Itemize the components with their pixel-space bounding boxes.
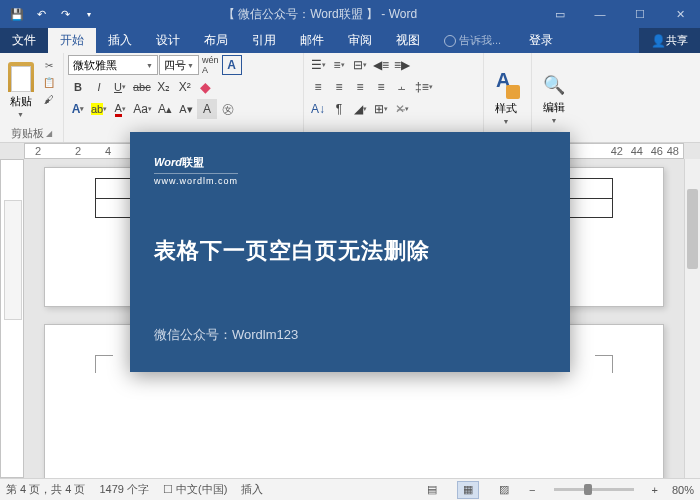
grow-font-button[interactable]: A▴	[155, 99, 175, 119]
char-border-button[interactable]: A	[222, 55, 242, 75]
sort-button[interactable]: A↓	[308, 99, 328, 119]
overlay-message: 表格下一页空白页无法删除	[154, 236, 546, 266]
clipboard-group-label: 剪贴板	[11, 126, 44, 141]
scrollbar-thumb[interactable]	[687, 189, 698, 269]
phonetic-guide-button[interactable]: wénA	[200, 55, 221, 75]
numbering-button[interactable]: ≡▾	[329, 55, 349, 75]
shrink-font-button[interactable]: A▾	[176, 99, 196, 119]
find-icon: 🔍	[541, 72, 567, 98]
chevron-down-icon: ▼	[503, 118, 510, 125]
undo-button[interactable]: ↶	[30, 3, 52, 25]
highlight-button[interactable]: ab▾	[89, 99, 109, 119]
overlay-logo: Word联盟	[154, 150, 546, 171]
tab-design[interactable]: 设计	[144, 28, 192, 53]
status-words[interactable]: 1479 个字	[99, 482, 149, 497]
text-effects-button[interactable]: A▾	[68, 99, 88, 119]
tab-insert[interactable]: 插入	[96, 28, 144, 53]
share-button[interactable]: 👤 共享	[639, 28, 700, 53]
char-shading-button[interactable]: A	[197, 99, 217, 119]
zoom-out-button[interactable]: −	[529, 484, 535, 496]
ribbon-options-button[interactable]: ▭	[540, 0, 580, 28]
maximize-button[interactable]: ☐	[620, 0, 660, 28]
increase-indent-button[interactable]: ≡▶	[392, 55, 412, 75]
strikethrough-button[interactable]: abc	[131, 77, 153, 97]
tab-home[interactable]: 开始	[48, 28, 96, 53]
tab-references[interactable]: 引用	[240, 28, 288, 53]
line-spacing-button[interactable]: ‡≡▾	[413, 77, 435, 97]
align-left-button[interactable]: ≡	[308, 77, 328, 97]
change-case-button[interactable]: Aa▾	[131, 99, 154, 119]
shading-button[interactable]: ◢▾	[350, 99, 370, 119]
chevron-down-icon: ▼	[551, 117, 558, 124]
align-center-button[interactable]: ≡	[329, 77, 349, 97]
justify-button[interactable]: ≡	[371, 77, 391, 97]
format-painter-button[interactable]: 🖌	[39, 91, 59, 107]
paste-label: 粘贴	[10, 94, 32, 109]
zoom-level[interactable]: 80%	[672, 484, 694, 496]
styles-button[interactable]: 样式 ▼	[488, 55, 524, 140]
save-button[interactable]: 💾	[6, 3, 28, 25]
print-layout-button[interactable]: ▦	[457, 481, 479, 499]
tab-file[interactable]: 文件	[0, 28, 48, 53]
zoom-slider[interactable]	[554, 488, 634, 491]
show-marks-button[interactable]: ¶	[329, 99, 349, 119]
align-right-button[interactable]: ≡	[350, 77, 370, 97]
paste-button[interactable]: 粘贴 ▼	[4, 55, 37, 125]
styles-label: 样式	[495, 101, 517, 116]
font-name-select[interactable]: 微软雅黑▼	[68, 55, 158, 75]
status-lang[interactable]: ☐ 中文(中国)	[163, 482, 227, 497]
copy-button[interactable]: 📋	[39, 74, 59, 90]
window-title: 【 微信公众号：Word联盟 】 - Word	[100, 6, 540, 23]
status-page[interactable]: 第 4 页，共 4 页	[6, 482, 85, 497]
borders-button[interactable]: ⊞▾	[371, 99, 391, 119]
snap-button[interactable]: ✕̶▾	[392, 99, 412, 119]
clipboard-icon	[8, 62, 34, 92]
font-size-select[interactable]: 四号▼	[159, 55, 199, 75]
multilevel-button[interactable]: ⊟▾	[350, 55, 370, 75]
enclose-char-button[interactable]: ㊛	[218, 99, 238, 119]
crop-mark-icon	[595, 355, 613, 373]
editing-button[interactable]: 🔍 编辑 ▼	[536, 55, 572, 140]
bullets-button[interactable]: ☰▾	[308, 55, 328, 75]
overlay-url: www.wordlm.com	[154, 173, 238, 186]
clear-format-button[interactable]: ◆	[196, 77, 216, 97]
tab-mail[interactable]: 邮件	[288, 28, 336, 53]
subscript-button[interactable]: X₂	[154, 77, 174, 97]
vertical-scrollbar[interactable]	[684, 159, 700, 478]
chevron-down-icon: ▼	[17, 111, 24, 118]
web-layout-button[interactable]: ▨	[493, 481, 515, 499]
zoom-in-button[interactable]: +	[652, 484, 658, 496]
font-color-button[interactable]: A▾	[110, 99, 130, 119]
cut-button[interactable]: ✂	[39, 57, 59, 73]
italic-button[interactable]: I	[89, 77, 109, 97]
close-button[interactable]: ✕	[660, 0, 700, 28]
bold-button[interactable]: B	[68, 77, 88, 97]
distributed-button[interactable]: ⫠	[392, 77, 412, 97]
editing-label: 编辑	[543, 100, 565, 115]
share-label: 共享	[666, 33, 688, 48]
qat-customize[interactable]: ▾	[78, 3, 100, 25]
info-overlay: Word联盟 www.wordlm.com 表格下一页空白页无法删除 微信公众号…	[130, 132, 570, 372]
styles-icon	[492, 71, 520, 99]
superscript-button[interactable]: X²	[175, 77, 195, 97]
tab-view[interactable]: 视图	[384, 28, 432, 53]
login-button[interactable]: 登录	[517, 28, 565, 53]
clipboard-launcher[interactable]: ◢	[46, 129, 52, 138]
decrease-indent-button[interactable]: ◀≡	[371, 55, 391, 75]
crop-mark-icon	[95, 355, 113, 373]
tab-review[interactable]: 审阅	[336, 28, 384, 53]
read-mode-button[interactable]: ▤	[421, 481, 443, 499]
tell-me-input[interactable]: 告诉我...	[432, 28, 513, 53]
status-insert[interactable]: 插入	[241, 482, 263, 497]
vertical-ruler[interactable]	[0, 159, 24, 478]
minimize-button[interactable]: —	[580, 0, 620, 28]
redo-button[interactable]: ↷	[54, 3, 76, 25]
tab-layout[interactable]: 布局	[192, 28, 240, 53]
underline-button[interactable]: U▾	[110, 77, 130, 97]
overlay-subtitle: 微信公众号：Wordlm123	[154, 326, 546, 344]
